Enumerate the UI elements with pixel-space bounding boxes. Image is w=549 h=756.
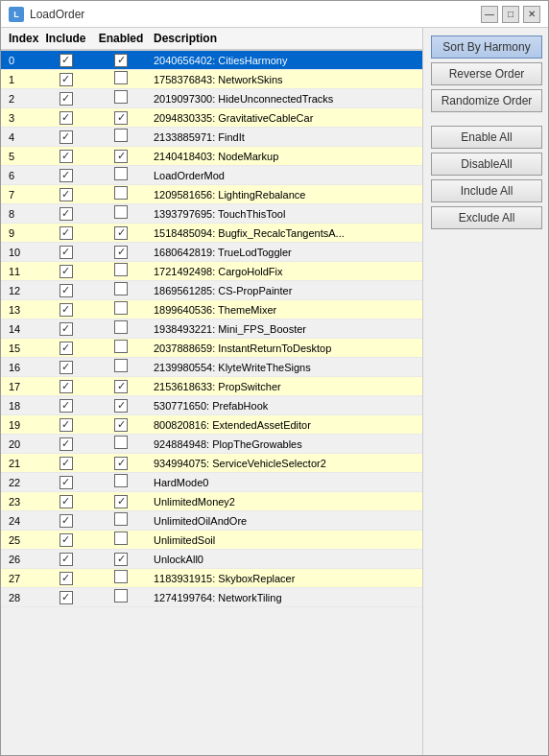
close-button[interactable]: ✕ [523, 6, 540, 23]
randomize-order-button[interactable]: Randomize Order [431, 89, 542, 112]
table-row[interactable]: 22HardMode0 [1, 473, 422, 492]
maximize-button[interactable]: □ [502, 6, 519, 23]
table-row[interactable]: 42133885971: FindIt [1, 128, 422, 147]
include-checkbox[interactable] [60, 342, 73, 355]
enabled-checkbox[interactable] [114, 380, 128, 393]
table-row[interactable]: 20924884948: PlopTheGrowables [1, 435, 422, 454]
table-row[interactable]: 111721492498: CargoHoldFix [1, 262, 422, 281]
include-checkbox[interactable] [60, 207, 73, 221]
sort-harmony-button[interactable]: Sort By Harmony [431, 35, 542, 59]
include-checkbox[interactable] [60, 92, 73, 106]
include-checkbox[interactable] [60, 130, 73, 144]
enabled-checkbox[interactable] [114, 90, 128, 104]
table-row[interactable]: 162139980554: KlyteWriteTheSigns [1, 358, 422, 377]
enabled-checkbox[interactable] [114, 129, 128, 142]
include-checkbox[interactable] [60, 437, 73, 451]
include-checkbox[interactable] [60, 246, 73, 259]
include-checkbox[interactable] [60, 54, 73, 67]
table-row[interactable]: 172153618633: PropSwitcher [1, 377, 422, 396]
table-row[interactable]: 6LoadOrderMod [1, 166, 422, 185]
table-row[interactable]: 23UnlimitedMoney2 [1, 492, 422, 511]
enabled-checkbox[interactable] [114, 359, 128, 372]
include-checkbox[interactable] [60, 476, 73, 489]
enabled-checkbox[interactable] [114, 246, 128, 259]
table-row[interactable]: 21934994075: ServiceVehicleSelector2 [1, 454, 422, 473]
enabled-checkbox[interactable] [114, 495, 128, 508]
enabled-checkbox[interactable] [114, 340, 128, 353]
include-checkbox[interactable] [60, 150, 73, 163]
include-checkbox[interactable] [60, 514, 73, 528]
include-checkbox[interactable] [60, 73, 73, 86]
table-body[interactable]: 02040656402: CitiesHarmony11758376843: N… [1, 51, 422, 755]
include-checkbox[interactable] [60, 418, 73, 432]
table-row[interactable]: 281274199764: NetworkTiling [1, 588, 422, 607]
exclude-all-button[interactable]: Exclude All [431, 206, 542, 229]
table-row[interactable]: 11758376843: NetworkSkins [1, 70, 422, 89]
table-row[interactable]: 71209581656: LightingRebalance [1, 185, 422, 204]
enabled-checkbox[interactable] [114, 282, 128, 295]
table-row[interactable]: 52140418403: NodeMarkup [1, 147, 422, 166]
table-row[interactable]: 101680642819: TrueLodToggler [1, 243, 422, 262]
table-row[interactable]: 02040656402: CitiesHarmony [1, 51, 422, 70]
enabled-checkbox[interactable] [114, 150, 128, 163]
include-checkbox[interactable] [60, 399, 73, 413]
enable-all-button[interactable]: Enable All [431, 126, 542, 149]
include-checkbox[interactable] [60, 169, 73, 182]
enabled-checkbox[interactable] [114, 512, 128, 526]
reverse-order-button[interactable]: Reverse Order [431, 62, 542, 85]
enabled-checkbox[interactable] [114, 320, 128, 334]
include-checkbox[interactable] [60, 495, 73, 508]
include-checkbox[interactable] [60, 457, 73, 470]
enabled-checkbox[interactable] [114, 457, 128, 470]
enabled-checkbox[interactable] [114, 436, 128, 449]
table-row[interactable]: 121869561285: CS-PropPainter [1, 281, 422, 300]
enabled-checkbox[interactable] [114, 111, 128, 125]
table-row[interactable]: 19800820816: ExtendedAssetEditor [1, 415, 422, 435]
minimize-button[interactable]: — [481, 6, 498, 23]
enabled-checkbox[interactable] [114, 205, 128, 219]
include-checkbox[interactable] [60, 591, 73, 604]
include-checkbox[interactable] [60, 265, 73, 278]
include-checkbox[interactable] [60, 361, 73, 374]
enabled-checkbox[interactable] [114, 532, 128, 545]
table-row[interactable]: 271183931915: SkyboxReplacer [1, 569, 422, 588]
table-row[interactable]: 22019097300: HideUnconnectedTracks [1, 89, 422, 108]
enabled-checkbox[interactable] [114, 553, 128, 566]
enabled-checkbox[interactable] [114, 474, 128, 487]
enabled-checkbox[interactable] [114, 226, 128, 240]
table-row[interactable]: 152037888659: InstantReturnToDesktop [1, 339, 422, 358]
enabled-checkbox[interactable] [114, 589, 128, 602]
table-row[interactable]: 26UnlockAll0 [1, 550, 422, 569]
enabled-checkbox[interactable] [114, 54, 128, 67]
include-checkbox[interactable] [60, 380, 73, 393]
include-checkbox[interactable] [60, 188, 73, 201]
table-row[interactable]: 81393797695: TouchThisTool [1, 204, 422, 224]
enabled-checkbox[interactable] [114, 570, 128, 583]
enabled-checkbox[interactable] [114, 186, 128, 200]
window-controls: — □ ✕ [481, 6, 540, 23]
include-checkbox[interactable] [60, 284, 73, 297]
enabled-checkbox[interactable] [114, 167, 128, 180]
table-row[interactable]: 25UnlimitedSoil [1, 531, 422, 550]
enabled-checkbox[interactable] [114, 399, 128, 413]
disable-all-button[interactable]: DisableAll [431, 153, 542, 176]
include-checkbox[interactable] [60, 533, 73, 547]
table-row[interactable]: 24UnlimitedOilAndOre [1, 511, 422, 531]
include-checkbox[interactable] [60, 553, 73, 566]
enabled-checkbox[interactable] [114, 263, 128, 276]
table-row[interactable]: 131899640536: ThemeMixer [1, 300, 422, 319]
header-enabled: Enabled [92, 32, 150, 45]
include-checkbox[interactable] [60, 111, 73, 125]
include-all-button[interactable]: Include All [431, 179, 542, 202]
include-checkbox[interactable] [60, 322, 73, 336]
table-row[interactable]: 32094830335: GravitativeCableCar [1, 108, 422, 128]
enabled-checkbox[interactable] [114, 301, 128, 315]
table-row[interactable]: 18530771650: PrefabHook [1, 396, 422, 415]
table-row[interactable]: 91518485094: Bugfix_RecalcTangentsA... [1, 224, 422, 243]
include-checkbox[interactable] [60, 572, 73, 585]
enabled-checkbox[interactable] [114, 71, 128, 84]
include-checkbox[interactable] [60, 303, 73, 317]
table-row[interactable]: 141938493221: Mini_FPS_Booster [1, 319, 422, 339]
enabled-checkbox[interactable] [114, 418, 128, 432]
include-checkbox[interactable] [60, 226, 73, 240]
